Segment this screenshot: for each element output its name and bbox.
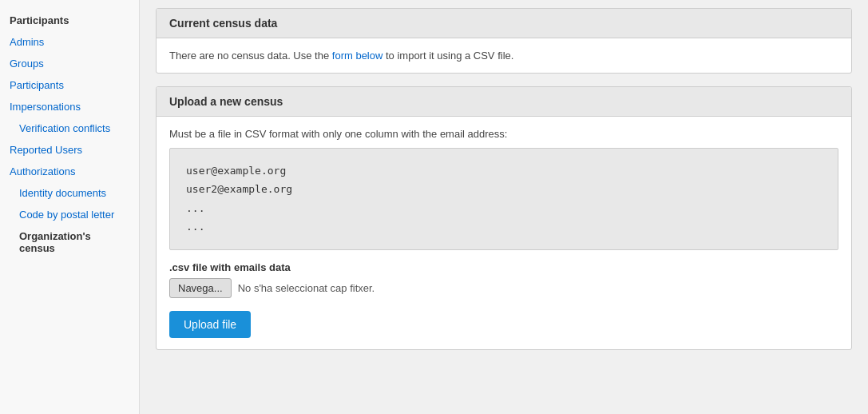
file-input-label: .csv file with emails data [169, 261, 838, 273]
sidebar-item-identity-documents[interactable]: Identity documents [0, 182, 139, 204]
upload-census-title: Upload a new census [157, 87, 851, 117]
current-census-card: Current census data There are no census … [156, 8, 852, 74]
sidebar: Participants Admins Groups Participants … [0, 0, 140, 414]
upload-description: Must be a file in CSV format with only o… [169, 128, 838, 140]
csv-line-3: ... [186, 199, 822, 217]
current-census-message: There are no census data. Use the form b… [169, 50, 838, 62]
csv-example-box: user@example.org user2@example.org ... .… [169, 148, 838, 250]
csv-line-1: user@example.org [186, 161, 822, 180]
upload-census-card: Upload a new census Must be a file in CS… [156, 86, 852, 350]
sidebar-item-authorizations[interactable]: Authorizations [0, 161, 139, 182]
census-message-after: to import it using a CSV file. [382, 50, 513, 62]
sidebar-item-impersonations[interactable]: Impersonations [0, 96, 139, 117]
upload-census-body: Must be a file in CSV format with only o… [157, 117, 851, 349]
sidebar-item-admins[interactable]: Admins [0, 31, 139, 53]
sidebar-section-title: Participants [0, 8, 139, 31]
current-census-title: Current census data [157, 9, 851, 38]
csv-line-2: user2@example.org [186, 180, 822, 198]
census-form-link[interactable]: form below [332, 50, 383, 62]
upload-file-button[interactable]: Upload file [169, 311, 251, 338]
browse-button[interactable]: Navega... [169, 278, 232, 298]
census-message-before: There are no census data. Use the [169, 50, 332, 62]
sidebar-item-organizations-census[interactable]: Organization's census [0, 225, 139, 259]
csv-line-4: ... [186, 217, 822, 236]
current-census-body: There are no census data. Use the form b… [157, 38, 851, 73]
sidebar-item-code-by-postal-letter[interactable]: Code by postal letter [0, 204, 139, 225]
file-row: Navega... No s'ha seleccionat cap fitxer… [169, 278, 838, 298]
sidebar-item-verification-conflicts[interactable]: Verification conflicts [0, 117, 139, 139]
sidebar-item-participants[interactable]: Participants [0, 74, 139, 96]
sidebar-item-groups[interactable]: Groups [0, 53, 139, 74]
sidebar-item-reported-users[interactable]: Reported Users [0, 139, 139, 161]
file-name-display: No s'ha seleccionat cap fitxer. [238, 282, 375, 294]
main-content: Current census data There are no census … [140, 0, 868, 414]
